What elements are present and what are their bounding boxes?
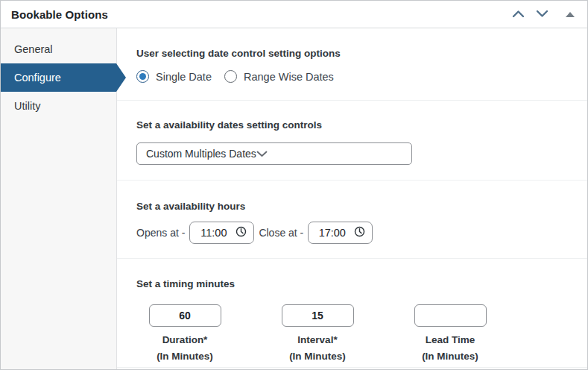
tab-general-label: General [14,43,53,55]
radio-single-date-label: Single Date [156,71,212,83]
interval-input[interactable] [282,304,354,327]
interval-field-name: Interval* [273,334,362,345]
lead-time-field-name: Lead Time [405,334,495,345]
opens-at-label: Opens at - [136,227,185,239]
active-tab-pointer [116,63,126,92]
chevron-up-icon [512,9,525,20]
bookable-options-metabox: Bookable Options General [0,0,588,370]
clock-icon[interactable] [354,226,365,240]
close-at-label: Close at - [259,227,303,239]
interval-field-group: Interval* (In Minutes) [273,304,362,362]
radio-single-date[interactable]: Single Date [136,70,212,83]
move-down-button[interactable] [534,6,550,22]
radio-range-wise-dates-label: Range Wise Dates [244,71,334,83]
duration-field-name: Duration* [140,334,230,345]
chevron-down-icon [256,147,268,160]
duration-field-unit: (In Minutes) [140,351,230,362]
tab-utility[interactable]: Utility [1,92,116,120]
chevron-down-icon [536,9,549,20]
section-availability-dates: Set a availability dates setting control… [117,101,587,181]
metabox-title: Bookable Options [11,8,108,21]
move-up-button[interactable] [510,6,526,22]
radio-range-wise-dates[interactable]: Range Wise Dates [224,70,334,83]
tab-configure[interactable]: Configure [1,63,116,92]
section-timing-minutes: Set a timing minutes Duration* (In Minut… [117,259,587,368]
availability-dates-label: Set a availability dates setting control… [136,119,587,131]
close-at-time-input[interactable] [316,227,349,239]
metabox-actions [510,6,578,22]
metabox-header[interactable]: Bookable Options [1,1,587,28]
tab-content-configure: User selecting date control setting opti… [117,28,587,370]
clock-icon[interactable] [235,226,247,240]
availability-hours-row: Opens at - Close at - [136,222,587,244]
settings-tabs-sidebar: General Configure Utility [1,28,117,370]
timing-minutes-label: Set a timing minutes [136,278,587,289]
availability-hours-label: Set a availability hours [136,201,587,212]
lead-time-input[interactable] [414,304,487,327]
tab-utility-label: Utility [14,100,40,112]
close-at-time-field[interactable] [308,222,373,244]
radio-unchecked-icon [224,70,237,83]
date-control-label: User selecting date control setting opti… [136,48,587,59]
interval-field-unit: (In Minutes) [273,351,362,362]
section-availability-hours: Set a availability hours Opens at - Clos… [117,181,587,259]
opens-at-time-field[interactable] [189,222,254,244]
date-control-radio-group: Single Date Range Wise Dates [136,70,587,83]
tab-configure-label: Configure [14,72,61,84]
duration-input[interactable] [149,304,221,327]
toggle-panel-button[interactable] [562,6,578,22]
lead-time-field-group: Lead Time (In Minutes) [405,304,495,362]
opens-at-time-input[interactable] [197,227,230,239]
triangle-up-icon [566,12,575,17]
duration-field-group: Duration* (In Minutes) [140,304,230,362]
select-selected-value: Custom Multiples Dates [146,148,256,160]
radio-checked-icon [136,70,149,83]
tab-general[interactable]: General [1,35,116,63]
availability-dates-select[interactable]: Custom Multiples Dates [136,142,412,165]
lead-time-field-unit: (In Minutes) [405,351,495,362]
section-date-control: User selecting date control setting opti… [117,28,587,101]
